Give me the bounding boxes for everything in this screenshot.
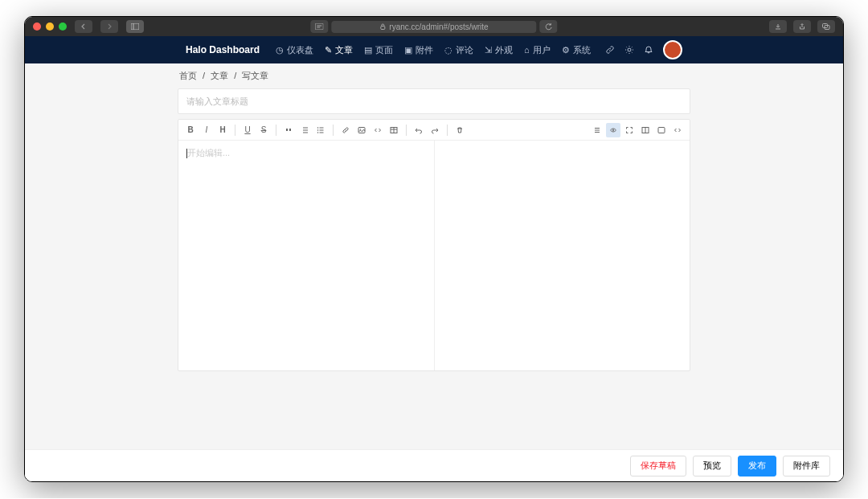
lock-icon (379, 23, 386, 30)
nav-skin[interactable]: ⇲外观 (485, 44, 513, 56)
preview-toggle-button[interactable] (606, 123, 620, 137)
nav-item-label: 系统 (573, 44, 591, 56)
heading-button[interactable]: H (215, 123, 230, 137)
link-button[interactable] (338, 123, 353, 137)
nav-item-label: 评论 (456, 44, 473, 56)
preview-pane (435, 141, 690, 370)
nav-item-label: 仪表盘 (287, 44, 313, 56)
bell-icon[interactable] (644, 45, 653, 55)
nav-users[interactable]: ⌂用户 (524, 44, 551, 56)
editor-toolbar: B I H U S (178, 120, 690, 141)
editor-placeholder: 开始编辑... (187, 148, 230, 157)
svg-rect-0 (131, 23, 139, 30)
attachments-button[interactable]: 附件库 (783, 456, 830, 477)
nav-item-label: 文章 (335, 44, 353, 56)
help-button[interactable] (654, 123, 669, 137)
unordered-list-button[interactable] (313, 123, 328, 137)
tabs-button[interactable] (817, 20, 835, 33)
post-title-input[interactable] (178, 88, 690, 114)
bold-button[interactable]: B (183, 123, 198, 137)
nav-system[interactable]: ⚙系统 (562, 44, 591, 56)
outline-button[interactable] (590, 123, 604, 137)
comment-icon: ◌ (444, 45, 452, 55)
breadcrumb-home[interactable]: 首页 (179, 71, 197, 80)
publish-button[interactable]: 发布 (738, 456, 776, 477)
address-bar-url: ryanc.cc/admin#/posts/write (389, 22, 488, 31)
nav-pages[interactable]: ▤页面 (364, 44, 393, 56)
fullscreen-button[interactable] (622, 123, 637, 137)
back-button[interactable] (75, 20, 92, 33)
svg-point-9 (317, 127, 319, 129)
undo-button[interactable] (411, 123, 426, 137)
main-nav: ◷仪表盘 ✎文章 ▤页面 ▣附件 ◌评论 ⇲外观 ⌂用户 ⚙系统 (276, 44, 591, 56)
editor-pane[interactable]: 开始编辑... (178, 141, 435, 370)
nav-item-label: 附件 (416, 44, 433, 56)
svg-point-10 (317, 129, 319, 131)
avatar[interactable] (663, 40, 682, 59)
refresh-button[interactable] (540, 20, 558, 33)
editor-container: B I H U S (178, 119, 690, 371)
svg-point-8 (628, 48, 631, 51)
downloads-button[interactable] (769, 20, 787, 33)
save-draft-button[interactable]: 保存草稿 (630, 456, 686, 477)
minimize-window-button[interactable] (46, 22, 54, 31)
nav-posts[interactable]: ✎文章 (325, 44, 353, 56)
quote-button[interactable] (281, 123, 296, 137)
italic-button[interactable]: I (199, 123, 214, 137)
redo-button[interactable] (428, 123, 442, 137)
breadcrumb: 首页 / 文章 / 写文章 (178, 63, 690, 88)
code-button[interactable] (371, 123, 385, 137)
svg-point-17 (612, 129, 614, 131)
macos-titlebar: ryanc.cc/admin#/posts/write (25, 17, 843, 36)
nav-dashboard[interactable]: ◷仪表盘 (276, 44, 313, 56)
skin-icon: ⇲ (485, 45, 492, 55)
share-button[interactable] (793, 20, 811, 33)
svg-rect-2 (315, 23, 323, 30)
nav-attachments[interactable]: ▣附件 (404, 44, 433, 56)
settings-icon: ⚙ (562, 45, 570, 55)
nav-item-label: 页面 (375, 44, 393, 56)
side-by-side-button[interactable] (638, 123, 653, 137)
svg-rect-20 (658, 127, 665, 133)
brand-logo[interactable]: Halo Dashboard (186, 44, 260, 55)
gear-icon[interactable] (624, 45, 634, 55)
ordered-list-button[interactable] (297, 123, 312, 137)
page-icon: ▤ (364, 45, 372, 55)
edit-icon: ✎ (325, 45, 332, 55)
dashboard-icon: ◷ (276, 45, 284, 55)
close-window-button[interactable] (33, 22, 41, 31)
maximize-window-button[interactable] (59, 22, 67, 31)
image-button[interactable] (354, 123, 369, 137)
svg-point-11 (317, 132, 319, 133)
breadcrumb-section[interactable]: 文章 (211, 71, 228, 80)
nav-item-label: 外观 (495, 44, 513, 56)
folder-icon: ▣ (404, 45, 412, 55)
nav-item-label: 用户 (533, 44, 551, 56)
forward-button[interactable] (100, 20, 118, 33)
svg-rect-5 (381, 27, 385, 30)
link-icon[interactable] (605, 45, 615, 55)
user-icon: ⌂ (524, 45, 530, 55)
breadcrumb-current: 写文章 (242, 71, 268, 80)
address-bar[interactable]: ryanc.cc/admin#/posts/write (331, 21, 536, 33)
sidebar-toggle-button[interactable] (126, 20, 144, 33)
delete-button[interactable] (452, 123, 467, 137)
reader-icon[interactable] (310, 20, 328, 33)
table-button[interactable] (387, 123, 401, 137)
strike-button[interactable]: S (256, 123, 271, 137)
action-bar: 保存草稿 预览 发布 附件库 (25, 449, 843, 481)
app-header: Halo Dashboard ◷仪表盘 ✎文章 ▤页面 ▣附件 ◌评论 ⇲外观 … (25, 36, 843, 63)
nav-comments[interactable]: ◌评论 (444, 44, 473, 56)
underline-button[interactable]: U (240, 123, 255, 137)
preview-button[interactable]: 预览 (693, 456, 731, 477)
html-button[interactable] (670, 123, 685, 137)
